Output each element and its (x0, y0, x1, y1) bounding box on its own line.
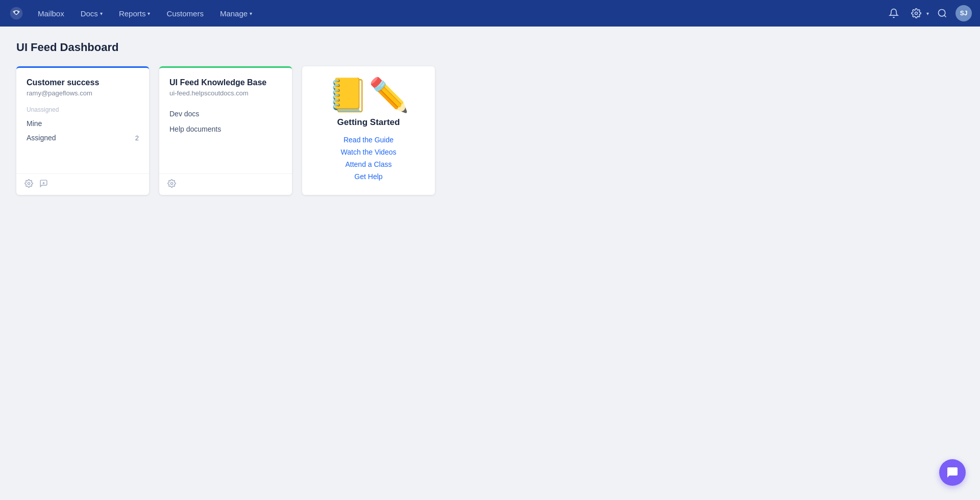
card-row-mine[interactable]: Mine (27, 116, 139, 131)
card-customer-success: Customer success ramy@pageflows.com Unas… (16, 66, 149, 195)
nav-customers[interactable]: Customers (159, 6, 211, 21)
chevron-down-icon: ▾ (100, 11, 103, 16)
settings-button[interactable]: ▾ (907, 4, 929, 22)
nav-docs[interactable]: Docs ▾ (74, 6, 110, 21)
page-title: UI Feed Dashboard (16, 41, 964, 54)
settings-chevron-icon: ▾ (926, 11, 929, 16)
card-row-assigned[interactable]: Assigned 2 (27, 131, 139, 145)
page-content: UI Feed Dashboard Customer success ramy@… (0, 27, 980, 209)
kb-link-devdocs[interactable]: Dev docs (169, 106, 282, 121)
kb-url: ui-feed.helpscoutdocs.com (169, 89, 282, 97)
search-button[interactable] (933, 4, 951, 22)
cards-row: Customer success ramy@pageflows.com Unas… (16, 66, 964, 195)
kb-title: UI Feed Knowledge Base (169, 78, 282, 87)
svg-point-5 (28, 182, 30, 184)
new-conversation-icon[interactable] (39, 179, 48, 190)
nav-manage[interactable]: Manage ▾ (213, 6, 259, 21)
gs-link-watch-videos[interactable]: Watch the Videos (341, 148, 397, 156)
card-knowledge-base: UI Feed Knowledge Base ui-feed.helpscout… (159, 66, 292, 195)
gs-link-read-guide[interactable]: Read the Guide (341, 136, 397, 144)
logo[interactable] (8, 5, 24, 21)
nav-mailbox[interactable]: Mailbox (31, 6, 71, 21)
assigned-count: 2 (135, 134, 139, 142)
svg-line-4 (944, 15, 946, 17)
nav-reports[interactable]: Reports ▾ (112, 6, 158, 21)
notifications-button[interactable] (885, 4, 903, 22)
chevron-down-icon: ▾ (148, 11, 150, 16)
card-customer-footer (16, 173, 149, 195)
customer-success-email: ramy@pageflows.com (27, 89, 139, 97)
svg-point-8 (170, 182, 173, 184)
settings-icon[interactable] (24, 179, 33, 190)
svg-point-2 (915, 12, 918, 15)
unassigned-label: Unassigned (27, 106, 139, 113)
svg-point-3 (939, 10, 945, 16)
chevron-down-icon: ▾ (250, 11, 252, 16)
card-kb-footer (159, 173, 292, 195)
getting-started-links: Read the Guide Watch the Videos Attend a… (341, 136, 397, 181)
getting-started-icon: 📒✏️ (328, 79, 409, 111)
card-getting-started: 📒✏️ Getting Started Read the Guide Watch… (302, 66, 435, 195)
gs-link-get-help[interactable]: Get Help (341, 172, 397, 181)
avatar[interactable]: SJ (955, 5, 972, 21)
gear-icon (907, 4, 925, 22)
kb-link-helpdocs[interactable]: Help documents (169, 121, 282, 137)
gs-link-attend-class[interactable]: Attend a Class (341, 160, 397, 168)
customer-success-title: Customer success (27, 78, 139, 87)
svg-point-1 (15, 11, 17, 14)
getting-started-title: Getting Started (337, 117, 400, 128)
kb-settings-icon[interactable] (167, 179, 176, 190)
